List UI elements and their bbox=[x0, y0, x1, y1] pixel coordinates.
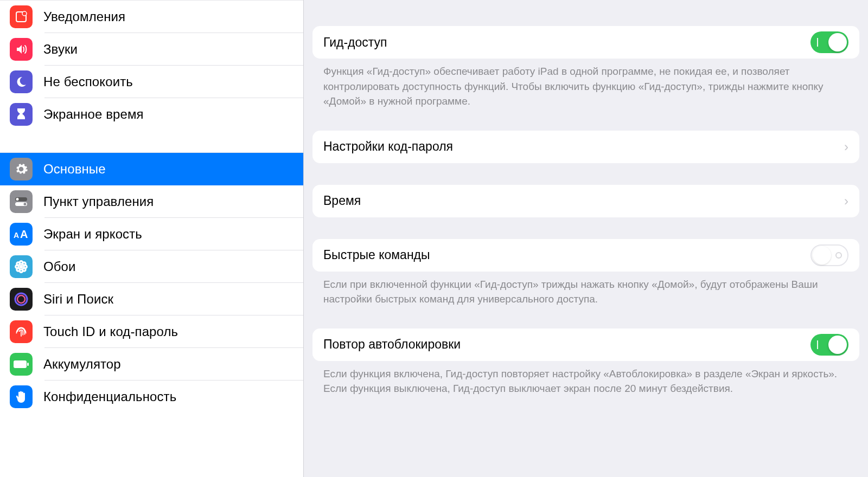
sidebar-item-siri[interactable]: Siri и Поиск bbox=[0, 283, 303, 315]
notifications-icon bbox=[10, 5, 33, 28]
row-label: Повтор автоблокировки bbox=[323, 337, 810, 352]
hand-icon bbox=[10, 385, 33, 408]
sidebar-item-label: Экранное время bbox=[43, 107, 144, 122]
sidebar-item-label: Звуки bbox=[43, 42, 78, 57]
footer-shortcuts: Если при включенной функции «Гид-доступ»… bbox=[323, 277, 848, 307]
group-shortcuts: Быстрые команды bbox=[312, 239, 859, 272]
siri-icon bbox=[10, 288, 33, 311]
toggle-accessibility-shortcut[interactable] bbox=[810, 244, 848, 266]
row-accessibility-shortcut[interactable]: Быстрые команды bbox=[312, 239, 859, 272]
sidebar-item-control-center[interactable]: Пункт управления bbox=[0, 185, 303, 218]
sidebar-item-display[interactable]: AA Экран и яркость bbox=[0, 218, 303, 250]
sidebar-item-screentime[interactable]: Экранное время bbox=[0, 98, 303, 131]
row-label: Время bbox=[323, 194, 844, 208]
settings-sidebar: Уведомления Звуки Не беспокоить Экранное… bbox=[0, 0, 304, 477]
sidebar-item-battery[interactable]: Аккумулятор bbox=[0, 348, 303, 381]
battery-icon bbox=[10, 353, 33, 376]
svg-rect-20 bbox=[27, 363, 29, 366]
sidebar-item-notifications[interactable]: Уведомления bbox=[0, 1, 303, 33]
footer-autolock: Если функция включена, Гид-доступ повтор… bbox=[323, 366, 848, 396]
group-guided-access: Гид-доступ bbox=[312, 26, 859, 59]
row-label: Быстрые команды bbox=[323, 248, 810, 262]
toggles-icon bbox=[10, 190, 33, 213]
sidebar-item-label: Не беспокоить bbox=[43, 74, 133, 89]
svg-text:A: A bbox=[14, 231, 19, 240]
sidebar-item-general[interactable]: Основные bbox=[0, 153, 303, 185]
footer-guided-access: Функция «Гид-доступ» обеспечивает работу… bbox=[323, 64, 848, 109]
chevron-right-icon: › bbox=[844, 194, 848, 209]
chevron-right-icon: › bbox=[844, 139, 848, 154]
row-label: Гид-доступ bbox=[323, 35, 810, 50]
sidebar-item-label: Обои bbox=[43, 259, 76, 274]
sidebar-item-wallpaper[interactable]: Обои bbox=[0, 250, 303, 283]
sidebar-item-label: Siri и Поиск bbox=[43, 292, 113, 307]
svg-rect-19 bbox=[14, 360, 27, 368]
settings-detail-pane: Гид-доступ Функция «Гид-доступ» обеспечи… bbox=[304, 0, 868, 477]
svg-point-15 bbox=[17, 268, 20, 271]
svg-point-13 bbox=[17, 262, 20, 265]
sidebar-item-touchid[interactable]: Touch ID и код-пароль bbox=[0, 315, 303, 348]
text-size-icon: AA bbox=[10, 223, 33, 246]
sidebar-group-1: Уведомления Звуки Не беспокоить Экранное… bbox=[0, 0, 303, 131]
row-mirror-autolock[interactable]: Повтор автоблокировки bbox=[312, 328, 859, 361]
group-autolock: Повтор автоблокировки bbox=[312, 328, 859, 361]
svg-point-14 bbox=[23, 262, 25, 265]
hourglass-icon bbox=[10, 103, 33, 126]
sidebar-group-2: Основные Пункт управления AA Экран и ярк… bbox=[0, 152, 303, 413]
fingerprint-icon bbox=[10, 320, 33, 343]
group-passcode: Настройки код-пароля › bbox=[312, 131, 859, 163]
svg-point-18 bbox=[17, 295, 25, 303]
svg-point-8 bbox=[20, 265, 23, 269]
sidebar-item-label: Пункт управления bbox=[43, 194, 154, 209]
sidebar-item-sounds[interactable]: Звуки bbox=[0, 33, 303, 66]
svg-point-16 bbox=[23, 268, 25, 271]
sidebar-item-label: Уведомления bbox=[43, 9, 125, 24]
toggle-guided-access[interactable] bbox=[810, 31, 848, 53]
sidebar-item-dnd[interactable]: Не беспокоить bbox=[0, 66, 303, 98]
row-time-limits[interactable]: Время › bbox=[312, 185, 859, 217]
moon-icon bbox=[10, 70, 33, 93]
row-passcode-settings[interactable]: Настройки код-пароля › bbox=[312, 131, 859, 163]
sidebar-item-label: Конфиденциальность bbox=[43, 389, 176, 404]
sidebar-item-label: Touch ID и код-пароль bbox=[43, 324, 178, 339]
svg-text:A: A bbox=[20, 229, 28, 240]
flower-icon bbox=[10, 255, 33, 278]
sidebar-item-label: Аккумулятор bbox=[43, 357, 121, 372]
gear-icon bbox=[10, 158, 33, 181]
sidebar-item-label: Экран и яркость bbox=[43, 227, 142, 242]
row-label: Настройки код-пароля bbox=[323, 139, 844, 154]
group-time: Время › bbox=[312, 185, 859, 217]
sidebar-item-privacy[interactable]: Конфиденциальность bbox=[0, 381, 303, 413]
svg-point-5 bbox=[24, 203, 27, 205]
row-guided-access[interactable]: Гид-доступ bbox=[312, 26, 859, 59]
svg-point-1 bbox=[22, 11, 27, 16]
sounds-icon bbox=[10, 38, 33, 61]
toggle-mirror-autolock[interactable] bbox=[810, 334, 848, 356]
sidebar-item-label: Основные bbox=[43, 162, 106, 177]
svg-point-3 bbox=[16, 198, 19, 201]
